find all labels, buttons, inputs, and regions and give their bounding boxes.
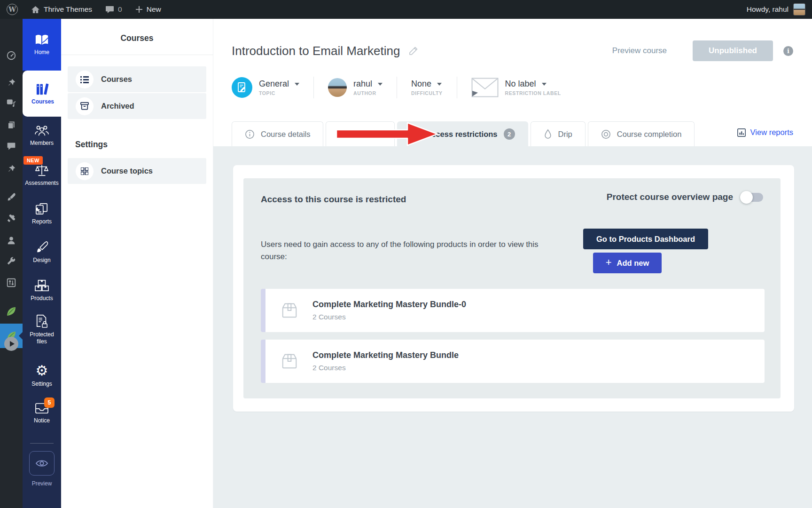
settings-sliders-icon[interactable] <box>0 274 23 291</box>
topic-dropdown[interactable]: General TOPIC <box>232 77 313 98</box>
product-row[interactable]: Complete Marketing Mastery Bundle 2 Cour… <box>261 340 765 383</box>
topic-label: TOPIC <box>259 90 299 96</box>
nav-item-course-topics[interactable]: Course topics <box>68 158 206 184</box>
protect-course-toggle[interactable] <box>741 193 763 202</box>
author-dropdown[interactable]: rahul AUTHOR <box>314 78 397 97</box>
archive-icon <box>76 97 94 115</box>
sidebar-item-members[interactable]: Members <box>23 125 61 147</box>
sidebar-item-reports[interactable]: Reports <box>23 202 61 225</box>
tab-access-restrictions[interactable]: Access restrictions 2 <box>397 121 528 146</box>
preview-course-link[interactable]: Preview course <box>612 46 667 56</box>
unpublished-button[interactable]: Unpublished <box>693 40 773 61</box>
user-avatar <box>793 3 805 16</box>
sidebar-item-notice[interactable]: 5 Notice <box>23 402 61 424</box>
new-menu[interactable]: New <box>129 0 168 19</box>
tab-label: Drip <box>558 130 572 139</box>
tab-content-area: Access to this course is restricted Prot… <box>213 146 812 508</box>
thrive-leaf-icon[interactable] <box>0 303 23 320</box>
difficulty-dropdown[interactable]: None DIFFICULTY <box>397 79 456 96</box>
droplet-icon <box>544 129 552 139</box>
restriction-heading: Access to this course is restricted <box>261 194 406 205</box>
add-new-button[interactable]: + Add new <box>593 253 662 273</box>
account-menu[interactable]: Howdy, rahul <box>747 0 812 19</box>
members-icon <box>34 125 49 137</box>
sidebar-item-home[interactable]: Home <box>23 19 61 71</box>
sidebar-item-products[interactable]: Products <box>23 279 61 302</box>
protected-files-icon <box>35 314 48 328</box>
media-icon[interactable] <box>0 94 23 111</box>
grid-icon <box>76 162 94 180</box>
new-badge: NEW <box>23 156 43 165</box>
sidebar-item-label: Reports <box>31 218 53 225</box>
view-reports-label: View reports <box>750 128 793 137</box>
toggle-knob <box>740 191 753 204</box>
sidebar-item-courses[interactable]: Courses <box>23 71 63 117</box>
go-to-products-dashboard-button[interactable]: Go to Products Dashboard <box>583 229 708 249</box>
nav-item-label: Archived <box>101 102 134 111</box>
chevron-down-icon <box>437 83 442 86</box>
tab-label: Access restrictions <box>426 130 497 139</box>
product-name: Complete Marketing Mastery Bundle <box>312 350 459 360</box>
dashboard-icon[interactable] <box>0 47 23 64</box>
users-icon[interactable] <box>0 232 23 249</box>
info-icon[interactable]: i <box>783 46 793 56</box>
sidebar-item-label: Courses <box>30 98 55 105</box>
product-row[interactable]: Complete Marketing Mastery Bundle-0 2 Co… <box>261 289 765 332</box>
envelope-icon <box>471 78 499 97</box>
nav-item-courses[interactable]: Courses <box>68 66 206 92</box>
notice-count-badge: 5 <box>44 397 55 408</box>
sidebar-item-protected-files[interactable]: Protected files <box>23 314 61 345</box>
posts-pin-icon[interactable] <box>0 74 23 91</box>
list-icon <box>76 71 94 88</box>
products-boxes-icon <box>34 279 49 292</box>
restriction-description: Users need to gain access to any of the … <box>261 238 564 262</box>
topic-icon <box>232 77 252 98</box>
product-courses-count: 2 Courses <box>312 364 459 372</box>
plugins-pin-icon[interactable] <box>0 160 23 177</box>
site-name: Thrive Themes <box>44 5 92 14</box>
tab-label: Course completion <box>617 130 682 139</box>
product-name: Complete Marketing Mastery Bundle-0 <box>312 300 466 310</box>
comments-admin-icon[interactable] <box>0 138 23 155</box>
site-name-link[interactable]: Thrive Themes <box>24 0 99 19</box>
thrive-app-sidebar: Home Courses Members NEW Assessments Rep… <box>23 19 61 508</box>
sidebar-item-preview[interactable]: Preview <box>29 451 55 487</box>
chevron-down-icon <box>295 83 299 86</box>
view-reports-link[interactable]: View reports <box>737 128 793 140</box>
nav-item-archived[interactable]: Archived <box>68 93 206 119</box>
sidebar-item-label: Home <box>33 49 51 56</box>
appearance-brush-icon[interactable] <box>0 189 23 206</box>
restriction-label-dropdown[interactable]: No label RESTRICTION LABEL <box>457 78 575 97</box>
wordpress-logo-icon: W <box>7 4 18 15</box>
chevron-down-icon <box>378 83 383 86</box>
tab-content[interactable]: Content <box>326 121 395 146</box>
sidebar-item-settings[interactable]: ⚙ Settings <box>23 364 61 388</box>
library-books-icon <box>36 82 50 95</box>
comments-menu[interactable]: 0 <box>99 0 129 19</box>
package-icon <box>280 352 299 371</box>
pages-icon[interactable] <box>0 117 23 134</box>
list-icon <box>339 130 348 138</box>
topic-value: General <box>259 79 289 89</box>
sidebar-item-label: Protected files <box>23 331 61 345</box>
book-icon <box>35 34 49 46</box>
difficulty-value: None <box>411 79 431 89</box>
sidebar-item-assessments[interactable]: NEW Assessments <box>23 164 61 187</box>
wp-logo-menu[interactable]: W <box>0 0 24 19</box>
sidebar-item-design[interactable]: Design <box>23 241 61 264</box>
plugins-plug-icon[interactable] <box>0 210 23 227</box>
tab-drip[interactable]: Drip <box>531 121 586 146</box>
home-icon <box>31 6 40 14</box>
edit-title-icon[interactable] <box>408 46 419 56</box>
nav-item-label: Courses <box>101 75 132 84</box>
howdy-text: Howdy, rahul <box>747 5 789 14</box>
tab-label: Content <box>354 130 382 139</box>
video-play-icon[interactable] <box>4 337 18 351</box>
restriction-label: RESTRICTION LABEL <box>505 90 561 96</box>
tools-wrench-icon[interactable] <box>0 253 23 270</box>
eye-icon <box>29 451 55 476</box>
gear-icon: ⚙ <box>36 364 48 378</box>
tab-course-completion[interactable]: Course completion <box>588 121 695 146</box>
tab-course-details[interactable]: Course details <box>232 121 323 146</box>
plus-icon: + <box>606 257 612 268</box>
